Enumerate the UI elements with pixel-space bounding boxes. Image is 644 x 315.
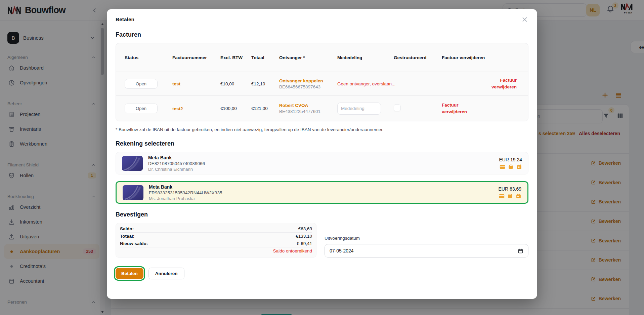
link-receiver-action[interactable]: Ontvanger koppelen: [279, 78, 334, 83]
invoice-row-test: Open test €10,00 €12,10 Ontvanger koppel…: [116, 72, 528, 95]
cancel-button[interactable]: Annuleren: [148, 268, 184, 279]
modal-actions: Betalen Annuleren: [116, 268, 528, 279]
receiver-iban: BE43812254477601: [279, 109, 334, 114]
bank-account-option-2-selected[interactable]: Meta Bank FR98332531505342RN44UWJX335 Ms…: [116, 181, 528, 204]
col-factuur-verwijderen: Factuur verwijderen: [442, 55, 489, 60]
status-badge: Open: [125, 104, 158, 113]
receiver-iban: BE66456675897643: [279, 84, 334, 89]
col-mededeling: Mededeling: [337, 55, 394, 60]
account-balance: EUR 19.24: [499, 157, 522, 162]
nieuw-saldo-label: Nieuw saldo:: [120, 241, 148, 246]
bank-iban: FR98332531505342RN44UWJX335: [149, 190, 499, 195]
col-status: Status: [116, 55, 172, 60]
invoice-number-link[interactable]: test: [172, 81, 180, 86]
summary-nieuw-saldo-row: Nieuw saldo: €-69,41: [120, 240, 312, 247]
modal-header: Betalen: [116, 16, 528, 23]
account-heading: Rekening selecteren: [116, 140, 528, 147]
invoices-table: Status Factuurnummer Excl. BTW Totaal On…: [116, 43, 528, 121]
close-icon[interactable]: [521, 16, 528, 23]
calendar-icon: [516, 193, 521, 199]
mededeling-input[interactable]: [337, 103, 381, 115]
warning-text: Saldo ontoereikend: [273, 248, 312, 253]
summary-saldo-row: Saldo: €63,69: [120, 225, 312, 233]
invoices-table-header: Status Factuurnummer Excl. BTW Totaal On…: [116, 43, 528, 72]
pay-button[interactable]: Betalen: [116, 268, 143, 279]
account-feature-icons: [499, 164, 522, 170]
col-totaal: Totaal: [251, 55, 279, 60]
bank-name: Meta Bank: [148, 155, 499, 160]
col-gestructureerd: Gestructureerd: [394, 55, 442, 60]
iban-footnote: * Bouwflow zal de IBAN uit de factuur ge…: [116, 127, 528, 132]
col-factuurnummer: Factuurnummer: [172, 55, 220, 60]
gestructureerd-checkbox[interactable]: [394, 105, 400, 111]
bank-card-image: [123, 185, 143, 200]
credit-card-icon: [499, 193, 505, 199]
bank-iban: DE82108705045740089066: [148, 161, 499, 166]
calendar-picker-icon[interactable]: [518, 248, 523, 254]
execution-date-input[interactable]: 07-05-2024: [325, 244, 528, 258]
wallet-icon: [508, 164, 514, 170]
totaal-label: Totaal:: [120, 234, 134, 239]
invoices-heading: Facturen: [116, 31, 528, 38]
account-balance: EUR 63.69: [499, 186, 521, 192]
nieuw-saldo-value: €-69,41: [297, 241, 312, 246]
wallet-icon: [507, 193, 513, 199]
bank-account-option-1[interactable]: Meta Bank DE82108705045740089066 Dr. Chr…: [116, 152, 528, 174]
account-holder: Ms. Jonathan Prohaska: [149, 196, 499, 201]
bank-name: Meta Bank: [149, 184, 499, 190]
col-excl-btw: Excl. BTW: [220, 55, 251, 60]
confirm-heading: Bevestigen: [116, 211, 528, 218]
no-receiver-warning: Geen ontvanger, overslaan...: [337, 81, 395, 86]
execution-date-block: Uitvoeringsdatum 07-05-2024: [325, 223, 528, 258]
bank-card-image: [122, 156, 143, 171]
summary-totaal-row: Totaal: €133,10: [120, 233, 312, 240]
invoice-number-link[interactable]: test2: [172, 106, 183, 111]
confirm-row: Saldo: €63,69 Totaal: €133,10 Nieuw sald…: [116, 223, 528, 258]
excl-btw-value: €10,00: [220, 81, 251, 86]
app-root: Bouwflow B Business Algemeen Dashboard: [0, 0, 644, 315]
insufficient-balance-warning: Saldo ontoereikend: [120, 247, 312, 254]
totaal-value: €12,10: [251, 81, 279, 86]
delete-invoice-link[interactable]: Factuur verwijderen: [488, 77, 517, 90]
account-feature-icons: [499, 193, 521, 199]
credit-card-icon: [500, 164, 505, 170]
col-ontvanger: Ontvanger *: [279, 55, 337, 60]
account-holder: Dr. Christina Eichmann: [148, 167, 499, 172]
payment-summary: Saldo: €63,69 Totaal: €133,10 Nieuw sald…: [116, 223, 316, 258]
totaal-value: €121,00: [251, 106, 279, 111]
status-badge: Open: [125, 79, 158, 89]
invoice-row-test2: Open test2 €100,00 €121,00 Robert CVOA B…: [116, 95, 528, 121]
saldo-label: Saldo:: [120, 226, 134, 231]
totaal-value: €133,10: [296, 234, 312, 239]
execution-date-label: Uitvoeringsdatum: [325, 236, 528, 241]
betalen-modal: Betalen Facturen Status Factuurnummer Ex…: [107, 9, 537, 299]
excl-btw-value: €100,00: [220, 106, 251, 111]
saldo-value: €63,69: [298, 226, 312, 231]
execution-date-value: 07-05-2024: [330, 248, 354, 253]
delete-invoice-link[interactable]: Factuur verwijderen: [442, 102, 482, 115]
calendar-icon: [516, 164, 522, 170]
receiver-name-link[interactable]: Robert CVOA: [279, 103, 334, 108]
modal-title: Betalen: [116, 16, 134, 23]
